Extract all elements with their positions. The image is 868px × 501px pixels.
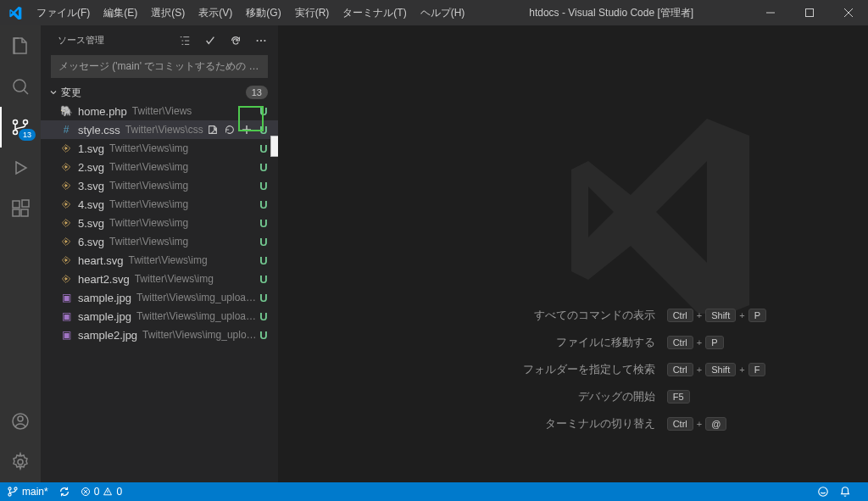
file-path: Twitter\Views\img_uploaded\user [142, 329, 258, 341]
menu-item[interactable]: ターミナル(T) [336, 0, 413, 25]
more-actions-icon[interactable] [254, 35, 268, 47]
file-row[interactable]: 🞚heart.svgTwitter\Views\imgU [41, 251, 278, 270]
menu-item[interactable]: 移動(G) [239, 0, 287, 25]
file-row[interactable]: 🞚3.svgTwitter\Views\imgU [41, 176, 278, 195]
file-status: U [258, 329, 270, 342]
file-row[interactable]: 🞚1.svgTwitter\Views\imgU [41, 139, 278, 158]
file-status: U [258, 124, 270, 136]
file-status: U [258, 217, 270, 230]
file-path: Twitter\Views\css [125, 124, 205, 136]
welcome-keys: Ctrl+Shift+F [667, 363, 766, 376]
svg-rect-1 [806, 9, 814, 17]
key: P [705, 336, 723, 349]
svg-point-7 [24, 120, 28, 125]
file-path: Twitter\Views [132, 105, 258, 117]
activity-accounts[interactable] [0, 401, 41, 442]
welcome-row: すべてのコマンドの表示Ctrl+Shift+P [503, 308, 766, 323]
svg-rect-12 [22, 200, 29, 207]
refresh-icon[interactable] [229, 35, 242, 47]
window-controls [751, 0, 868, 25]
file-path: Twitter\Views\img [135, 273, 258, 285]
file-row[interactable]: #style.cssTwitter\Views\cssU [41, 120, 278, 139]
key: Shift [705, 363, 736, 376]
file-status: U [258, 236, 270, 248]
activity-bar: 13 [0, 25, 41, 482]
file-path: Twitter\Views\img [109, 198, 258, 210]
file-row[interactable]: 🞚heart2.svgTwitter\Views\imgU [41, 270, 278, 288]
changes-section-header[interactable]: 変更 13 [41, 83, 278, 102]
commit-icon[interactable] [203, 35, 217, 47]
key: Ctrl [667, 417, 693, 431]
discard-changes-icon[interactable] [222, 122, 237, 137]
file-name: style.css [78, 124, 120, 136]
status-bar: main* 0 0 [0, 482, 868, 501]
menu-item[interactable]: 選択(S) [144, 0, 192, 25]
file-path: Twitter\Views\img [109, 180, 258, 192]
menu-item[interactable]: 表示(V) [192, 0, 239, 25]
menu-item[interactable]: 実行(R) [288, 0, 337, 25]
file-name: 4.svg [78, 198, 104, 211]
file-row[interactable]: 🐘home.phpTwitter\ViewsU [41, 102, 278, 120]
status-branch[interactable]: main* [7, 486, 48, 498]
activity-run-debug[interactable] [0, 148, 41, 188]
file-row[interactable]: 🞚6.svgTwitter\Views\imgU [41, 232, 278, 251]
menu-item[interactable]: 編集(E) [97, 0, 144, 25]
activity-extensions[interactable] [0, 188, 41, 229]
file-status: U [258, 105, 270, 118]
key: Ctrl [667, 336, 693, 349]
welcome-desc: すべてのコマンドの表示 [503, 308, 655, 323]
file-row[interactable]: 🞚4.svgTwitter\Views\imgU [41, 195, 278, 214]
file-name: sample.jpg [78, 292, 131, 304]
key: F5 [667, 390, 690, 404]
welcome-row: フォルダーを指定して検索Ctrl+Shift+F [503, 362, 766, 377]
file-name: sample.jpg [78, 310, 131, 323]
file-path: Twitter\Views\img_uploaded\user [136, 310, 258, 322]
file-status: U [258, 161, 270, 174]
welcome-keys: Ctrl+Shift+P [667, 309, 766, 322]
status-bell[interactable] [839, 486, 851, 498]
file-row[interactable]: ▣sample2.jpgTwitter\Views\img_uploaded\u… [41, 326, 278, 344]
key: P [748, 309, 766, 322]
file-path: Twitter\Views\img_uploaded\tweet [136, 292, 258, 303]
file-name: 3.svg [78, 180, 104, 192]
file-row[interactable]: 🞚2.svgTwitter\Views\imgU [41, 158, 278, 176]
window-title: htdocs - Visual Studio Code [管理者] [471, 6, 751, 20]
close-button[interactable] [829, 0, 868, 25]
svg-point-27 [8, 487, 11, 490]
welcome-keys: F5 [667, 390, 690, 404]
key: @ [705, 417, 726, 431]
file-name: heart.svg [78, 254, 123, 267]
activity-explorer[interactable] [0, 25, 41, 66]
maximize-button[interactable] [790, 0, 829, 25]
view-as-tree-icon[interactable] [178, 35, 192, 47]
activity-source-control[interactable]: 13 [0, 107, 41, 148]
status-feedback[interactable] [817, 486, 829, 498]
menu-item[interactable]: ヘルプ(H) [414, 0, 472, 25]
minimize-button[interactable] [751, 0, 790, 25]
file-row[interactable]: 🞚5.svgTwitter\Views\imgU [41, 214, 278, 232]
svg-point-4 [14, 80, 25, 92]
activity-settings[interactable] [0, 442, 41, 482]
chevron-down-icon [47, 87, 59, 97]
welcome-desc: デバッグの開始 [503, 389, 655, 404]
welcome-desc: ファイルに移動する [503, 335, 655, 350]
stage-changes-icon[interactable] [239, 122, 254, 137]
file-status: U [258, 273, 270, 286]
svg-point-22 [257, 39, 259, 41]
welcome-shortcuts: すべてのコマンドの表示Ctrl+Shift+Pファイルに移動するCtrl+Pフォ… [503, 308, 766, 431]
activity-search[interactable] [0, 66, 41, 107]
status-sync[interactable] [58, 486, 70, 498]
commit-message-input[interactable]: メッセージ ('main' でコミットするための Ctrl+... [51, 55, 268, 78]
file-row[interactable]: ▣sample.jpgTwitter\Views\img_uploaded\tw… [41, 288, 278, 307]
welcome-desc: フォルダーを指定して検索 [503, 362, 655, 377]
menu-item[interactable]: ファイル(F) [30, 0, 97, 25]
svg-line-5 [24, 90, 28, 94]
file-name: 5.svg [78, 217, 104, 230]
key: Shift [705, 309, 736, 322]
file-row[interactable]: ▣sample.jpgTwitter\Views\img_uploaded\us… [41, 307, 278, 326]
file-status: U [258, 254, 270, 267]
file-path: Twitter\Views\img [109, 161, 258, 173]
status-problems[interactable]: 0 0 [81, 486, 122, 498]
file-path: Twitter\Views\img [109, 217, 258, 229]
open-file-icon[interactable] [205, 122, 220, 137]
